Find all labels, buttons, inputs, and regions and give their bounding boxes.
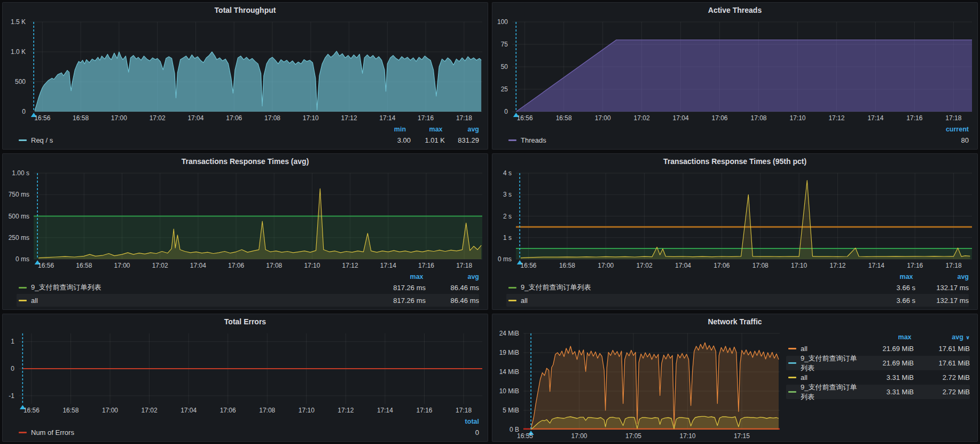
svg-text:17:04: 17:04 [187,114,203,122]
stat-header-current[interactable]: current [935,124,969,135]
stat-header-max[interactable]: max [370,272,424,282]
series-color-dash-icon [788,391,796,393]
dashboard-grid: Total Throughput 05001.0 K1.5 K16:5616:5… [0,0,980,444]
panel-network-traffic: Network Traffic 0 B5 MiB10 MiB14 MiB19 M… [492,314,978,442]
series-toggle-num-errors[interactable]: Num of Errors [19,429,445,437]
response-times-avg-chart[interactable]: 0 ms250 ms500 ms750 ms1.00 s16:5616:5817… [3,169,488,271]
stat-header-avg[interactable]: avg [915,272,969,282]
svg-text:1.00 s: 1.00 s [12,169,29,177]
series-toggle-transaction[interactable]: 9_支付前查询订单列表 [19,283,372,292]
stat-value-avg: 132.17 ms [915,297,969,305]
total-errors-chart[interactable]: -10116:5616:5817:0017:0217:0417:0617:081… [3,329,488,416]
svg-text:17:08: 17:08 [752,262,769,269]
stat-value-max: 21.69 MiB [858,359,914,367]
legend-row: all 817.26 ms 86.46 ms [17,294,479,307]
total-errors-legend: total Num of Errors 0 [3,416,488,441]
stat-value-avg: 2.72 MiB [914,373,970,381]
svg-text:16:58: 16:58 [76,262,92,269]
active-threads-chart[interactable]: 025507510016:5616:5817:0017:0217:0417:06… [492,18,977,123]
stat-value-avg: 2.72 MiB [914,388,970,396]
series-color-dash-icon [19,432,27,433]
stat-value-avg: 86.46 ms [426,284,479,292]
series-color-dash-icon [19,139,27,141]
series-toggle-all[interactable]: all [19,297,372,305]
series-color-dash-icon [788,348,796,349]
svg-text:4 s: 4 s [503,169,512,177]
svg-text:2 s: 2 s [503,213,512,220]
panel-title-active-threads[interactable]: Active Threads [492,3,977,18]
panel-response-times-avg: Transactions Response Times (avg) 0 ms25… [2,153,488,310]
svg-text:50: 50 [501,63,508,71]
stat-header-max[interactable]: max [856,332,912,342]
svg-text:17:14: 17:14 [380,262,396,269]
svg-text:100: 100 [497,18,508,26]
stat-header-max[interactable]: max [409,124,443,135]
svg-text:17:04: 17:04 [675,262,691,269]
svg-text:17:08: 17:08 [259,407,275,414]
series-toggle-all[interactable]: all [508,297,862,305]
svg-text:17:18: 17:18 [945,114,961,122]
series-color-dash-icon [19,287,27,289]
svg-text:17:14: 17:14 [867,114,883,122]
series-toggle-all-received[interactable]: all [788,345,858,353]
series-label: Threads [521,136,546,144]
svg-text:1.5 K: 1.5 K [11,18,26,26]
panel-title-network-traffic[interactable]: Network Traffic [492,314,977,329]
svg-text:17:00: 17:00 [571,432,587,440]
svg-text:75: 75 [501,41,508,48]
series-toggle-transaction-received[interactable]: 9_支付前查询订单列表 [788,354,858,373]
stat-value-max: 3.66 s [862,284,915,292]
stat-value-avg: 831.29 [445,136,479,144]
response-times-95pct-chart[interactable]: 0 ms1 s2 s3 s4 s16:5616:5817:0017:0217:0… [492,169,977,271]
stat-header-total[interactable]: total [445,417,479,427]
network-traffic-chart[interactable]: 0 B5 MiB10 MiB14 MiB19 MiB24 MiB16:5517:… [492,329,785,441]
stat-value-avg: 132.17 ms [915,284,969,292]
panel-title-total-throughput[interactable]: Total Throughput [3,3,488,18]
series-toggle-threads[interactable]: Threads [508,136,935,144]
total-throughput-chart[interactable]: 05001.0 K1.5 K16:5616:5817:0017:0217:041… [3,18,488,123]
panel-title-total-errors[interactable]: Total Errors [3,314,488,329]
series-toggle-all-sent[interactable]: all [788,373,858,381]
svg-text:17:00: 17:00 [111,114,127,122]
svg-text:1 s: 1 s [503,234,512,242]
stat-headers: max avg∨ [786,331,970,341]
series-toggle-transaction[interactable]: 9_支付前查询订单列表 [508,283,862,292]
panel-title-response-times-95pct[interactable]: Transactions Response Times (95th pct) [492,154,977,169]
series-color-dash-icon [788,362,796,364]
svg-text:16:58: 16:58 [559,262,575,269]
series-toggle-req-s[interactable]: Req / s [19,136,377,144]
series-label: all [521,297,528,305]
svg-text:17:16: 17:16 [416,407,432,414]
svg-text:16:56: 16:56 [521,262,537,269]
stat-headers: max avg [17,271,479,281]
legend-row: all 3.66 s 132.17 ms [506,294,969,307]
panel-title-response-times-avg[interactable]: Transactions Response Times (avg) [3,154,488,169]
stat-headers: total [17,416,479,426]
stat-headers: current [506,123,969,134]
stat-header-avg[interactable]: avg [426,272,479,282]
series-toggle-transaction-sent[interactable]: 9_支付前查询订单列表 [788,383,858,402]
stat-header-avg[interactable]: avg [445,124,479,135]
svg-text:17:12: 17:12 [338,407,354,414]
svg-text:17:02: 17:02 [150,114,166,122]
svg-text:17:18: 17:18 [456,114,472,122]
stat-header-max[interactable]: max [860,272,913,282]
svg-text:5 MiB: 5 MiB [503,407,519,414]
svg-text:17:12: 17:12 [828,114,844,122]
svg-text:16:56: 16:56 [23,407,40,414]
svg-text:16:56: 16:56 [517,114,533,122]
svg-text:16:58: 16:58 [62,407,79,414]
stat-header-min[interactable]: min [372,124,406,135]
svg-text:16:56: 16:56 [34,114,50,122]
series-color-dash-icon [508,300,516,301]
svg-text:17:12: 17:12 [342,262,358,269]
stat-headers: max avg [506,271,969,281]
svg-text:17:02: 17:02 [637,262,653,269]
svg-text:10 MiB: 10 MiB [499,387,519,395]
svg-text:17:18: 17:18 [456,262,472,269]
svg-text:17:06: 17:06 [220,407,236,414]
svg-text:17:18: 17:18 [456,407,472,414]
stat-header-avg[interactable]: avg∨ [914,332,970,342]
legend-row: 9_支付前查询订单列表 817.26 ms 86.46 ms [17,281,479,294]
stat-value-max: 21.69 MiB [858,345,914,353]
